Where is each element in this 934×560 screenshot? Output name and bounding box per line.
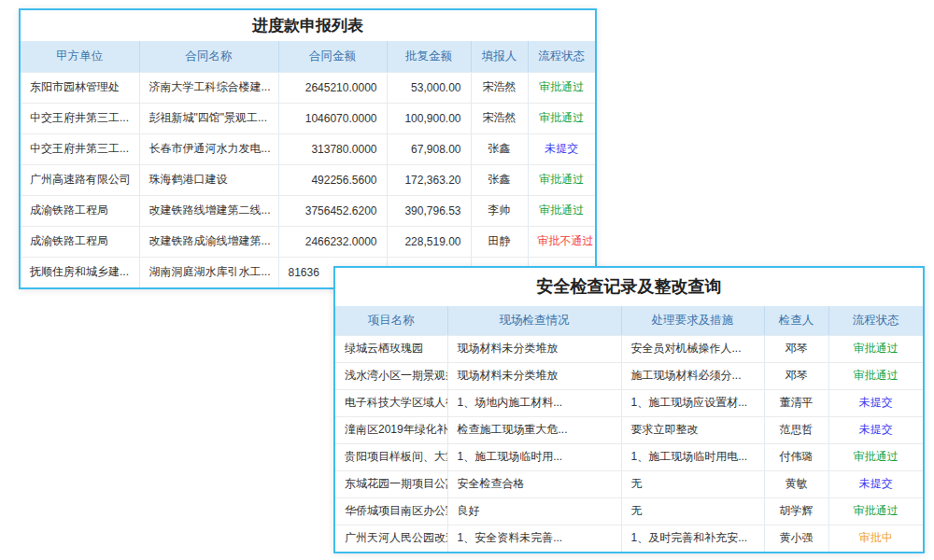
cell-person: 张鑫	[471, 164, 528, 195]
status-badge: 审批通过	[828, 443, 923, 470]
status-badge: 未提交	[828, 470, 923, 497]
safety-inspection-panel: 安全检查记录及整改查询 项目名称现场检查情况处理要求及措施检查人流程状态绿城云栖…	[333, 266, 925, 553]
cell-person: 宋浩然	[471, 103, 528, 133]
cell-amount: 228,519.00	[387, 226, 471, 257]
table-row: 浅水湾小区一期景观提升现场材料未分类堆放施工现场材料必须分...邓琴审批通过	[335, 362, 923, 389]
cell-link[interactable]: 贵阳项目样板间、大堂、	[335, 443, 447, 470]
cell-person: 范思哲	[764, 416, 828, 443]
cell-text: 1、安全资料未完善...	[447, 525, 621, 552]
cell-link[interactable]: 潼南区2019年绿化补贴项目	[335, 416, 447, 443]
cell-person: 张鑫	[471, 133, 528, 164]
table-row: 广州高速路有限公司珠海鹤港口建设492256.5600172,363.20张鑫审…	[21, 164, 595, 195]
table-row: 潼南区2019年绿化补贴项目检查施工现场重大危...要求立即整改范思哲未提交	[335, 416, 923, 443]
cell-text: 1、施工现场临时用电...	[621, 443, 764, 470]
column-header: 现场检查情况	[447, 306, 621, 335]
status-badge: 审批通过	[528, 195, 595, 226]
column-header: 批复金额	[387, 41, 471, 72]
cell-person: 邓琴	[764, 362, 828, 389]
table-row: 电子科技大学区域人行道1、场地内施工材料...1、施工现场应设置材...董清平未…	[335, 389, 923, 416]
cell-link[interactable]: 成渝铁路工程局	[21, 195, 139, 226]
table-row: 华侨城项目南区办公室内良好无胡学辉审批通过	[335, 497, 923, 525]
column-header: 流程状态	[828, 306, 923, 335]
cell-amount: 3756452.6200	[278, 195, 387, 226]
cell-text: 要求立即整改	[621, 416, 764, 443]
status-badge: 未提交	[828, 416, 923, 443]
column-header: 甲方单位	[21, 41, 139, 72]
column-header: 填报人	[471, 41, 528, 72]
cell-text: 1、施工现场临时用...	[447, 443, 621, 470]
cell-person: 胡学辉	[764, 497, 828, 525]
cell-text: 现场材料未分类堆放	[447, 335, 621, 362]
cell-person: 付伟璐	[764, 443, 828, 470]
cell-link[interactable]: 成渝铁路工程局	[21, 226, 139, 257]
cell-link[interactable]: 抚顺住房和城乡建...	[21, 257, 139, 287]
status-badge: 未提交	[828, 389, 923, 416]
table-row: 贵阳项目样板间、大堂、1、施工现场临时用...1、施工现场临时用电...付伟璐审…	[335, 443, 923, 470]
cell-text: 1、场地内施工材料...	[447, 389, 621, 416]
dashboard-canvas: { "status_colors": { "approved": "#17a23…	[0, 0, 934, 560]
cell-person: 宋浩然	[471, 72, 528, 103]
cell-person: 董清平	[764, 389, 828, 416]
cell-text: 良好	[447, 497, 621, 525]
table-header-row: 甲方单位合同名称合同金额批复金额填报人流程状态	[21, 41, 595, 72]
table-row: 广州天河人民公园改造工程1、安全资料未完善...1、及时完善和补充安...黄小强…	[335, 525, 923, 552]
table-header-row: 项目名称现场检查情况处理要求及措施检查人流程状态	[335, 306, 923, 335]
cell-amount: 100,900.00	[387, 103, 471, 133]
safety-inspection-title: 安全检查记录及整改查询	[335, 268, 923, 306]
cell-text: 安全员对机械操作人...	[621, 335, 764, 362]
cell-amount: 313780.0000	[278, 133, 387, 164]
cell-amount: 2466232.0000	[278, 226, 387, 257]
cell-person: 李帅	[471, 195, 528, 226]
status-badge: 审批通过	[528, 103, 595, 133]
cell-link[interactable]: 绿城云栖玫瑰园	[335, 335, 447, 362]
cell-link[interactable]: 电子科技大学区域人行道	[335, 389, 447, 416]
cell-link[interactable]: 中交王府井第三工...	[21, 103, 139, 133]
cell-text: 检查施工现场重大危...	[447, 416, 621, 443]
cell-amount: 2645210.0000	[278, 72, 387, 103]
progress-payment-panel: 进度款申报列表 甲方单位合同名称合同金额批复金额填报人流程状态东阳市园林管理处济…	[19, 8, 597, 289]
cell-link[interactable]: 改建铁路线增建第二线...	[139, 195, 278, 226]
safety-inspection-table: 项目名称现场检查情况处理要求及措施检查人流程状态绿城云栖玫瑰园现场材料未分类堆放…	[335, 306, 923, 552]
cell-text: 施工现场材料必须分...	[621, 362, 764, 389]
cell-link[interactable]: 广州天河人民公园改造工程	[335, 525, 447, 552]
cell-link[interactable]: 东城花园一期项目公寓大	[335, 470, 447, 497]
status-badge: 审批通过	[528, 164, 595, 195]
cell-link[interactable]: 华侨城项目南区办公室内	[335, 497, 447, 525]
cell-link[interactable]: 珠海鹤港口建设	[139, 164, 278, 195]
cell-amount: 492256.5600	[278, 164, 387, 195]
cell-text: 现场材料未分类堆放	[447, 362, 621, 389]
cell-person: 黄小强	[764, 525, 828, 552]
table-row: 绿城云栖玫瑰园现场材料未分类堆放安全员对机械操作人...邓琴审批通过	[335, 335, 923, 362]
table-row: 中交王府井第三工...长春市伊通河水力发电...313780.000067,90…	[21, 133, 595, 164]
cell-link[interactable]: 中交王府井第三工...	[21, 133, 139, 164]
cell-link[interactable]: 改建铁路成渝线增建第...	[139, 226, 278, 257]
status-badge: 审批通过	[828, 362, 923, 389]
table-row: 成渝铁路工程局改建铁路成渝线增建第...2466232.0000228,519.…	[21, 226, 595, 257]
column-header: 合同金额	[278, 41, 387, 72]
column-header: 合同名称	[139, 41, 278, 72]
cell-link[interactable]: 长春市伊通河水力发电...	[139, 133, 278, 164]
cell-amount: 172,363.20	[387, 164, 471, 195]
cell-amount: 1046070.0000	[278, 103, 387, 133]
cell-text: 无	[621, 470, 764, 497]
table-row: 东阳市园林管理处济南大学工科综合楼建...2645210.000053,000.…	[21, 72, 595, 103]
cell-person: 邓琴	[764, 335, 828, 362]
table-row: 中交王府井第三工...彭祖新城"四馆"景观工...1046070.0000100…	[21, 103, 595, 133]
column-header: 处理要求及措施	[621, 306, 764, 335]
cell-text: 安全检查合格	[447, 470, 621, 497]
cell-amount: 53,000.00	[387, 72, 471, 103]
cell-text: 1、施工现场应设置材...	[621, 389, 764, 416]
status-badge: 审批通过	[828, 497, 923, 525]
status-badge: 审批不通过	[528, 226, 595, 257]
cell-link[interactable]: 浅水湾小区一期景观提升	[335, 362, 447, 389]
cell-link[interactable]: 彭祖新城"四馆"景观工...	[139, 103, 278, 133]
cell-link[interactable]: 东阳市园林管理处	[21, 72, 139, 103]
cell-link[interactable]: 广州高速路有限公司	[21, 164, 139, 195]
table-row: 东城花园一期项目公寓大安全检查合格无黄敏未提交	[335, 470, 923, 497]
column-header: 检查人	[764, 306, 828, 335]
cell-link[interactable]: 济南大学工科综合楼建...	[139, 72, 278, 103]
cell-person: 黄敏	[764, 470, 828, 497]
progress-payment-title: 进度款申报列表	[21, 10, 595, 41]
column-header: 流程状态	[528, 41, 595, 72]
cell-link[interactable]: 湖南洞庭湖水库引水工...	[139, 257, 278, 287]
